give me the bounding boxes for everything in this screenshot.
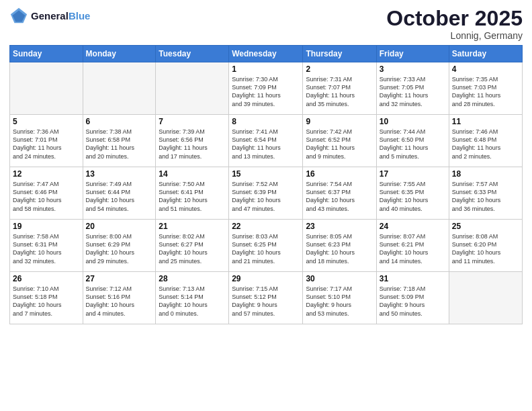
calendar-cell: 6Sunrise: 7:38 AMSunset: 6:58 PMDaylight… <box>83 115 156 167</box>
day-number: 22 <box>232 222 300 231</box>
day-number: 4 <box>452 64 519 74</box>
weekday-header: Sunday <box>10 46 83 62</box>
weekday-header: Saturday <box>449 46 522 62</box>
cell-info: Sunrise: 8:07 AMSunset: 6:21 PMDaylight:… <box>380 232 446 265</box>
location: Lonnig, Germany <box>386 30 523 41</box>
calendar-cell: 4Sunrise: 7:35 AMSunset: 7:03 PMDaylight… <box>449 62 522 115</box>
calendar-cell: 26Sunrise: 7:10 AMSunset: 5:18 PMDayligh… <box>10 272 83 324</box>
cell-info: Sunrise: 7:57 AMSunset: 6:33 PMDaylight:… <box>452 180 519 213</box>
day-number: 10 <box>380 117 446 126</box>
calendar-cell: 24Sunrise: 8:07 AMSunset: 6:21 PMDayligh… <box>376 220 449 272</box>
weekday-header: Wednesday <box>229 46 303 62</box>
header: GeneralBlue October 2025 Lonnig, Germany <box>9 7 523 41</box>
calendar-week-row: 5Sunrise: 7:36 AMSunset: 7:01 PMDaylight… <box>10 115 523 167</box>
day-number: 13 <box>86 169 153 179</box>
cell-info: Sunrise: 7:36 AMSunset: 7:01 PMDaylight:… <box>13 128 80 161</box>
weekday-header: Tuesday <box>156 46 229 62</box>
calendar-week-row: 19Sunrise: 7:58 AMSunset: 6:31 PMDayligh… <box>10 220 523 272</box>
calendar-cell: 29Sunrise: 7:15 AMSunset: 5:12 PMDayligh… <box>229 272 303 324</box>
month-title: October 2025 <box>386 7 523 30</box>
cell-info: Sunrise: 7:12 AMSunset: 5:16 PMDaylight:… <box>86 285 153 318</box>
logo-icon <box>9 7 28 26</box>
calendar-cell <box>10 62 83 115</box>
cell-info: Sunrise: 7:39 AMSunset: 6:56 PMDaylight:… <box>159 128 226 161</box>
day-number: 15 <box>232 169 300 179</box>
day-number: 20 <box>86 222 153 231</box>
title-block: October 2025 Lonnig, Germany <box>386 7 523 41</box>
weekday-header: Monday <box>83 46 156 62</box>
day-number: 16 <box>306 169 373 179</box>
cell-info: Sunrise: 7:44 AMSunset: 6:50 PMDaylight:… <box>380 128 446 161</box>
day-number: 24 <box>380 222 446 231</box>
cell-info: Sunrise: 7:58 AMSunset: 6:31 PMDaylight:… <box>13 232 80 265</box>
calendar-cell: 14Sunrise: 7:50 AMSunset: 6:41 PMDayligh… <box>156 167 229 220</box>
day-number: 26 <box>13 274 80 283</box>
cell-info: Sunrise: 7:38 AMSunset: 6:58 PMDaylight:… <box>86 128 153 161</box>
day-number: 5 <box>13 117 80 126</box>
calendar-cell <box>83 62 156 115</box>
cell-info: Sunrise: 7:35 AMSunset: 7:03 PMDaylight:… <box>452 75 519 108</box>
day-number: 28 <box>159 274 226 283</box>
calendar-table: SundayMondayTuesdayWednesdayThursdayFrid… <box>9 45 523 324</box>
day-number: 27 <box>86 274 153 283</box>
calendar-cell: 20Sunrise: 8:00 AMSunset: 6:29 PMDayligh… <box>83 220 156 272</box>
cell-info: Sunrise: 8:05 AMSunset: 6:23 PMDaylight:… <box>306 232 373 265</box>
day-number: 31 <box>380 274 446 283</box>
calendar-week-row: 12Sunrise: 7:47 AMSunset: 6:46 PMDayligh… <box>10 167 523 220</box>
cell-info: Sunrise: 8:03 AMSunset: 6:25 PMDaylight:… <box>232 232 300 265</box>
calendar-cell: 25Sunrise: 8:08 AMSunset: 6:20 PMDayligh… <box>449 220 522 272</box>
cell-info: Sunrise: 7:52 AMSunset: 6:39 PMDaylight:… <box>232 180 300 213</box>
cell-info: Sunrise: 7:46 AMSunset: 6:48 PMDaylight:… <box>452 128 519 161</box>
day-number: 14 <box>159 169 226 179</box>
calendar-week-row: 26Sunrise: 7:10 AMSunset: 5:18 PMDayligh… <box>10 272 523 324</box>
cell-info: Sunrise: 7:30 AMSunset: 7:09 PMDaylight:… <box>232 75 300 108</box>
page-container: GeneralBlue October 2025 Lonnig, Germany… <box>0 0 532 330</box>
cell-info: Sunrise: 7:41 AMSunset: 6:54 PMDaylight:… <box>232 128 300 161</box>
day-number: 7 <box>159 117 226 126</box>
calendar-cell: 12Sunrise: 7:47 AMSunset: 6:46 PMDayligh… <box>10 167 83 220</box>
day-number: 1 <box>232 64 300 74</box>
cell-info: Sunrise: 7:13 AMSunset: 5:14 PMDaylight:… <box>159 285 226 318</box>
calendar-cell: 1Sunrise: 7:30 AMSunset: 7:09 PMDaylight… <box>229 62 303 115</box>
calendar-cell: 27Sunrise: 7:12 AMSunset: 5:16 PMDayligh… <box>83 272 156 324</box>
calendar-cell: 28Sunrise: 7:13 AMSunset: 5:14 PMDayligh… <box>156 272 229 324</box>
day-number: 3 <box>380 64 446 74</box>
cell-info: Sunrise: 7:47 AMSunset: 6:46 PMDaylight:… <box>13 180 80 213</box>
day-number: 30 <box>306 274 373 283</box>
day-number: 19 <box>13 222 80 231</box>
calendar-header-row: SundayMondayTuesdayWednesdayThursdayFrid… <box>10 46 523 62</box>
calendar-cell: 2Sunrise: 7:31 AMSunset: 7:07 PMDaylight… <box>303 62 376 115</box>
calendar-cell: 22Sunrise: 8:03 AMSunset: 6:25 PMDayligh… <box>229 220 303 272</box>
cell-info: Sunrise: 8:00 AMSunset: 6:29 PMDaylight:… <box>86 232 153 265</box>
calendar-cell: 9Sunrise: 7:42 AMSunset: 6:52 PMDaylight… <box>303 115 376 167</box>
cell-info: Sunrise: 7:54 AMSunset: 6:37 PMDaylight:… <box>306 180 373 213</box>
calendar-cell: 10Sunrise: 7:44 AMSunset: 6:50 PMDayligh… <box>376 115 449 167</box>
calendar-cell: 15Sunrise: 7:52 AMSunset: 6:39 PMDayligh… <box>229 167 303 220</box>
calendar-cell: 19Sunrise: 7:58 AMSunset: 6:31 PMDayligh… <box>10 220 83 272</box>
cell-info: Sunrise: 7:15 AMSunset: 5:12 PMDaylight:… <box>232 285 300 318</box>
day-number: 21 <box>159 222 226 231</box>
calendar-cell: 21Sunrise: 8:02 AMSunset: 6:27 PMDayligh… <box>156 220 229 272</box>
cell-info: Sunrise: 7:50 AMSunset: 6:41 PMDaylight:… <box>159 180 226 213</box>
calendar-week-row: 1Sunrise: 7:30 AMSunset: 7:09 PMDaylight… <box>10 62 523 115</box>
day-number: 23 <box>306 222 373 231</box>
calendar-cell <box>449 272 522 324</box>
day-number: 2 <box>306 64 373 74</box>
calendar-cell: 23Sunrise: 8:05 AMSunset: 6:23 PMDayligh… <box>303 220 376 272</box>
cell-info: Sunrise: 8:02 AMSunset: 6:27 PMDaylight:… <box>159 232 226 265</box>
cell-info: Sunrise: 7:42 AMSunset: 6:52 PMDaylight:… <box>306 128 373 161</box>
day-number: 18 <box>452 169 519 179</box>
calendar-cell: 31Sunrise: 7:18 AMSunset: 5:09 PMDayligh… <box>376 272 449 324</box>
calendar-cell: 17Sunrise: 7:55 AMSunset: 6:35 PMDayligh… <box>376 167 449 220</box>
calendar-cell: 8Sunrise: 7:41 AMSunset: 6:54 PMDaylight… <box>229 115 303 167</box>
day-number: 11 <box>452 117 519 126</box>
calendar-cell: 18Sunrise: 7:57 AMSunset: 6:33 PMDayligh… <box>449 167 522 220</box>
day-number: 12 <box>13 169 80 179</box>
day-number: 29 <box>232 274 300 283</box>
cell-info: Sunrise: 7:31 AMSunset: 7:07 PMDaylight:… <box>306 75 373 108</box>
calendar-cell <box>156 62 229 115</box>
cell-info: Sunrise: 7:33 AMSunset: 7:05 PMDaylight:… <box>380 75 446 108</box>
calendar-cell: 30Sunrise: 7:17 AMSunset: 5:10 PMDayligh… <box>303 272 376 324</box>
day-number: 17 <box>380 169 446 179</box>
calendar-cell: 7Sunrise: 7:39 AMSunset: 6:56 PMDaylight… <box>156 115 229 167</box>
